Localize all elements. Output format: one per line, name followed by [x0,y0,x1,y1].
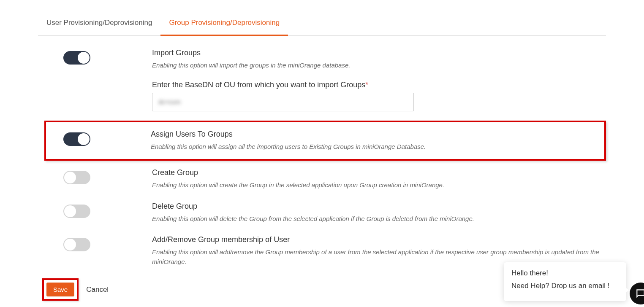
label-basedn: Enter the BaseDN of OU from which you wa… [152,81,606,89]
toggle-import-groups[interactable] [63,51,90,65]
row-create-group: Create Group Enabling this option will c… [63,168,606,190]
tab-group-provisioning[interactable]: Group Provisioning/Deprovisioning [160,13,288,36]
label-assign-users: Assign Users To Groups [151,130,596,139]
tab-user-provisioning[interactable]: User Provisioning/Deprovisioning [38,13,160,36]
toggle-delete-group[interactable] [63,205,90,218]
label-import-groups: Import Groups [152,48,606,57]
row-import-groups: Import Groups Enabling this option will … [63,48,606,111]
row-delete-group: Delete Group Enabling this option will d… [63,202,606,224]
chat-line-1: Hello there! [511,269,619,277]
chat-popup[interactable]: Hello there! Need Help? Drop us an email… [504,262,626,301]
label-create-group: Create Group [152,168,606,177]
cancel-button[interactable]: Cancel [86,285,109,294]
save-button[interactable]: Save [46,283,74,296]
desc-delete-group: Enabling this option will delete the Gro… [152,214,606,224]
toggle-create-group[interactable] [63,171,90,184]
highlight-save: Save [42,278,79,301]
row-add-remove-membership: Add/Remove Group membership of User Enab… [63,235,606,267]
desc-import-groups: Enabling this option will import the gro… [152,61,606,70]
chat-line-2: Need Help? Drop us an email ! [511,282,619,290]
label-add-remove-membership: Add/Remove Group membership of User [152,235,606,244]
label-delete-group: Delete Group [152,202,606,211]
toggle-add-remove-membership[interactable] [63,238,90,251]
toggle-assign-users[interactable] [63,132,90,146]
input-basedn[interactable]: dc=com [152,93,414,111]
tabs: User Provisioning/Deprovisioning Group P… [38,13,606,36]
desc-assign-users: Enabling this option will assign all the… [151,142,596,152]
desc-create-group: Enabling this option will create the Gro… [152,180,606,190]
row-assign-users: Assign Users To Groups Enabling this opt… [44,121,606,161]
